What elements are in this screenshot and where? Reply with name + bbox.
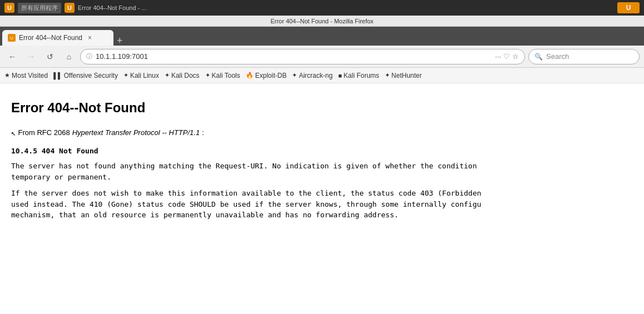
tab-close-button[interactable]: × [88,34,92,42]
page-title: Error 404--Not Found [11,100,633,116]
title-bar-controls: U [617,2,640,13]
kali-tools-icon: ✦ [205,72,210,79]
bookmark-kali-forums[interactable]: ■ Kali Forums [338,72,379,79]
cursor-icon: ↖ [11,127,16,139]
info-icon: ⓘ [86,52,92,61]
address-port: :7001 [130,52,148,61]
kali-docs-icon: ✦ [165,72,170,79]
nav-bar: ← → ↺ ⌂ ⓘ 10.1.1.109:7001 ··· ♡ ☆ 🔍 Sear… [0,46,644,68]
bookmark-kali-tools[interactable]: ✦ Kali Tools [205,72,240,79]
bookmark-most-visited[interactable]: ★ Most Visited [4,72,48,79]
nethunter-icon: ✦ [385,72,390,79]
title-bar-left: U 所有应用程序 U Error 404--Not Found - ... [4,3,147,13]
tab-favicon: U [8,34,16,42]
more-button[interactable]: ··· [495,52,501,61]
tab-bar: U Error 404--Not Found × + [0,27,644,46]
home-button[interactable]: ⌂ [61,49,77,64]
page-content: Error 404--Not Found ↖ From RFC 2068 Hyp… [0,83,644,314]
rfc-prefix: From RFC 2068 [18,127,70,139]
reload-icon: ↺ [47,52,53,61]
tab-icon-small: U [65,3,75,13]
tab-label: Error 404--Not Found [19,34,82,42]
exploit-db-icon: 🔥 [246,72,254,79]
bookmark-exploit-db[interactable]: 🔥 Exploit-DB [246,72,287,79]
aircrack-icon: ✦ [292,72,297,79]
address-text: 10.1.1.109:7001 [96,52,492,61]
home-icon: ⌂ [67,52,71,61]
window-title: Error 404--Not Found - Mozilla Firefox [270,18,373,24]
bookmark-label: Most Visited [12,72,48,79]
bookmark-label: Kali Tools [212,72,240,79]
bookmark-star-icon[interactable]: ☆ [512,52,519,61]
forward-icon: → [27,52,35,61]
bookmark-kali-docs[interactable]: ✦ Kali Docs [165,72,200,79]
bookmark-label: Aircrack-ng [299,72,333,79]
bookmark-nethunter[interactable]: ✦ NetHunter [385,72,422,79]
title-bar: U 所有应用程序 U Error 404--Not Found - ... U [0,0,644,16]
search-icon: 🔍 [534,53,543,61]
search-placeholder: Search [546,52,569,61]
section-heading: 10.4.5 404 Not Found [11,146,633,157]
back-icon: ← [8,52,16,61]
bookmarks-bar: ★ Most Visited ▌▌ Offensive Security ✦ K… [0,68,644,83]
bookmark-kali-linux[interactable]: ✦ Kali Linux [123,72,159,79]
bookmark-label: Offensive Security [64,72,118,79]
paragraph-1: The server has not found anything matchi… [11,161,633,182]
active-tab[interactable]: U Error 404--Not Found × [2,30,113,46]
star-icon: ★ [4,72,10,79]
bookmark-offensive-security[interactable]: ▌▌ Offensive Security [53,72,118,79]
bookmark-label: Kali Forums [344,72,379,79]
forums-icon: ■ [338,72,342,79]
rfc-title: Hypertext Transfer Protocol -- HTTP/1.1 [72,127,200,139]
address-value: 10.1.1.109:7001 [96,52,148,61]
forward-button[interactable]: → [23,49,39,64]
error-body: ↖ From RFC 2068 Hypertext Transfer Proto… [11,127,633,221]
window-title-text: Error 404--Not Found - ... [78,4,147,11]
os-icon: ▌▌ [53,72,62,79]
window-close-button[interactable]: U [617,2,640,13]
app-label: 所有应用程序 [18,3,61,13]
rfc-suffix: : [202,127,204,139]
new-tab-button[interactable]: + [117,36,123,46]
bookmark-label: Exploit-DB [255,72,287,79]
paragraph-2: If the server does not wish to make this… [11,188,633,221]
address-bar[interactable]: ⓘ 10.1.1.109:7001 ··· ♡ ☆ [80,49,525,64]
bookmark-label: Kali Linux [130,72,159,79]
bookmark-aircrack[interactable]: ✦ Aircrack-ng [292,72,333,79]
browser-icon: U [4,3,14,13]
bookmark-label: Kali Docs [171,72,200,79]
search-bar[interactable]: 🔍 Search [528,49,640,64]
address-actions: ··· ♡ ☆ [495,52,519,61]
close-icon: U [626,4,631,12]
reload-button[interactable]: ↺ [42,49,58,64]
back-button[interactable]: ← [4,49,20,64]
address-host: 10.1.1.109 [96,52,130,61]
kali-icon: ✦ [123,72,128,79]
reader-view-icon: ♡ [503,52,510,61]
bookmark-label: NetHunter [392,72,422,79]
rfc-line: ↖ From RFC 2068 Hypertext Transfer Proto… [11,127,633,139]
